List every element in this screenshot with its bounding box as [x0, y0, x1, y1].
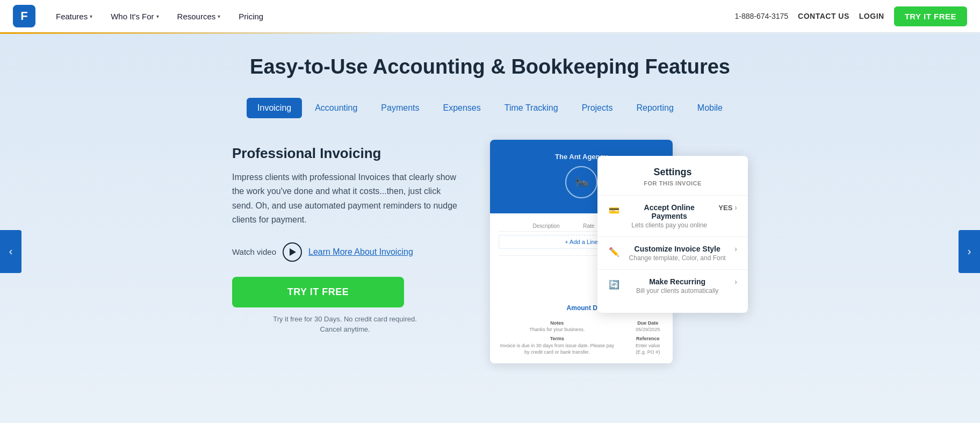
- customize-style-right: ›: [734, 245, 737, 253]
- phone-number: 1-888-674-3175: [734, 12, 788, 20]
- nav-links: Features ▾ Who It's For ▾ Resources ▾ Pr…: [48, 8, 734, 25]
- navbar-try-free-button[interactable]: TRY IT FREE: [894, 6, 967, 26]
- play-button[interactable]: [283, 242, 302, 262]
- terms-value: Invoice is due in 30 days from issue dat…: [499, 342, 616, 356]
- hero-section: Easy-to-Use Accounting & Bookkeeping Fea…: [0, 34, 980, 396]
- try-note-line2: Cancel anytime.: [320, 325, 370, 333]
- settings-item-text: Accept Online Payments Lets clients pay …: [628, 203, 711, 229]
- tab-projects[interactable]: Projects: [571, 98, 624, 118]
- tab-mobile[interactable]: Mobile: [687, 98, 733, 118]
- recurring-icon: 🔄: [608, 278, 620, 290]
- customize-style-sub: Change template, Color, and Font: [628, 254, 727, 262]
- settings-subtitle: FOR THIS INVOICE: [597, 180, 748, 195]
- reference-label: Reference: [632, 335, 664, 342]
- settings-customize-style[interactable]: ✏️ Customize Invoice Style Change templa…: [597, 236, 748, 269]
- next-arrow[interactable]: ›: [959, 230, 980, 273]
- nav-pricing[interactable]: Pricing: [231, 8, 271, 25]
- nav-resources[interactable]: Resources ▾: [170, 8, 228, 25]
- brand-logo[interactable]: F: [13, 5, 35, 27]
- feature-description: Impress clients with professional Invoic…: [232, 170, 458, 227]
- accept-payments-sub: Lets clients pay you online: [628, 221, 711, 229]
- chevron-right-icon-2: ›: [734, 245, 737, 253]
- login-link[interactable]: LOGIN: [859, 12, 884, 20]
- reference-placeholder: Enter value (E.g. PO #): [632, 342, 664, 356]
- chevron-right-icon: ›: [734, 203, 737, 212]
- invoice-logo: 🐜: [565, 166, 597, 198]
- settings-accept-payments[interactable]: 💳 Accept Online Payments Lets clients pa…: [597, 195, 748, 236]
- col-rate: Rate: [564, 223, 595, 229]
- credit-card-icon: 💳: [608, 204, 620, 216]
- settings-panel: Settings FOR THIS INVOICE 💳 Accept Onlin…: [597, 156, 748, 313]
- due-date-label: Due Date: [632, 320, 664, 327]
- right-arrow-icon: ›: [968, 245, 971, 257]
- tab-invoicing[interactable]: Invoicing: [247, 98, 302, 118]
- tab-payments[interactable]: Payments: [370, 98, 430, 118]
- chevron-down-icon: ▾: [156, 13, 159, 19]
- terms-label: Terms: [499, 335, 616, 342]
- chevron-down-icon: ▾: [218, 13, 220, 19]
- notes-value: Thanks for your business.: [499, 326, 616, 333]
- customize-style-label: Customize Invoice Style: [628, 245, 727, 253]
- settings-item-text-2: Customize Invoice Style Change template,…: [628, 245, 727, 262]
- notes-label: Notes: [499, 320, 616, 327]
- yes-value: YES: [718, 204, 732, 212]
- watch-video-row: Watch video Learn More About Invoicing: [232, 242, 458, 262]
- navbar: F Features ▾ Who It's For ▾ Resources ▾ …: [0, 0, 980, 32]
- chevron-right-icon-3: ›: [734, 277, 737, 286]
- accept-payments-label: Accept Online Payments: [628, 203, 711, 220]
- make-recurring-label: Make Recurring: [628, 277, 727, 286]
- nav-right: 1-888-674-3175 CONTACT US LOGIN TRY IT F…: [734, 6, 967, 26]
- try-note: Try it free for 30 Days. No credit card …: [232, 314, 458, 335]
- accept-payments-value: YES ›: [718, 203, 737, 212]
- settings-make-recurring[interactable]: 🔄 Make Recurring Bill your clients autom…: [597, 269, 748, 302]
- make-recurring-right: ›: [734, 277, 737, 286]
- invoice-logo-icon: 🐜: [574, 175, 589, 189]
- feature-description-panel: Professional Invoicing Impress clients w…: [232, 140, 458, 335]
- try-free-button[interactable]: TRY IT FREE: [232, 277, 404, 307]
- nav-who-label: Who It's For: [111, 12, 154, 21]
- watch-video-label: Watch video: [232, 247, 276, 256]
- nav-features[interactable]: Features ▾: [48, 8, 100, 25]
- feature-tabs: Invoicing Accounting Payments Expenses T…: [0, 98, 980, 118]
- nav-who-its-for[interactable]: Who It's For ▾: [103, 8, 166, 25]
- contact-us-link[interactable]: CONTACT US: [798, 12, 849, 20]
- settings-item-text-3: Make Recurring Bill your clients automat…: [628, 277, 727, 295]
- col-description: Description: [499, 223, 560, 229]
- pencil-icon: ✏️: [608, 246, 620, 257]
- settings-title: Settings: [597, 167, 748, 180]
- tab-accounting[interactable]: Accounting: [304, 98, 368, 118]
- nav-pricing-label: Pricing: [239, 12, 263, 21]
- learn-more-link[interactable]: Learn More About Invoicing: [308, 247, 413, 257]
- due-date-value: 05/29/2025: [632, 326, 664, 333]
- tab-reporting[interactable]: Reporting: [625, 98, 684, 118]
- invoice-notes: Notes Thanks for your business. Terms In…: [499, 320, 664, 356]
- page-title: Easy-to-Use Accounting & Bookkeeping Fea…: [0, 55, 980, 78]
- nav-features-label: Features: [56, 12, 88, 21]
- logo-letter: F: [20, 9, 27, 23]
- try-note-line1: Try it free for 30 Days. No credit card …: [273, 315, 417, 323]
- nav-resources-label: Resources: [177, 12, 216, 21]
- make-recurring-sub: Bill your clients automatically: [628, 287, 727, 295]
- feature-screenshot-panel: The Ant Agency 🐜 Description Rate Qty Li…: [490, 140, 748, 363]
- chevron-down-icon: ▾: [90, 13, 92, 19]
- feature-content: Professional Invoicing Impress clients w…: [0, 140, 980, 363]
- tab-time-tracking[interactable]: Time Tracking: [494, 98, 569, 118]
- feature-title: Professional Invoicing: [232, 145, 458, 162]
- tab-expenses[interactable]: Expenses: [433, 98, 492, 118]
